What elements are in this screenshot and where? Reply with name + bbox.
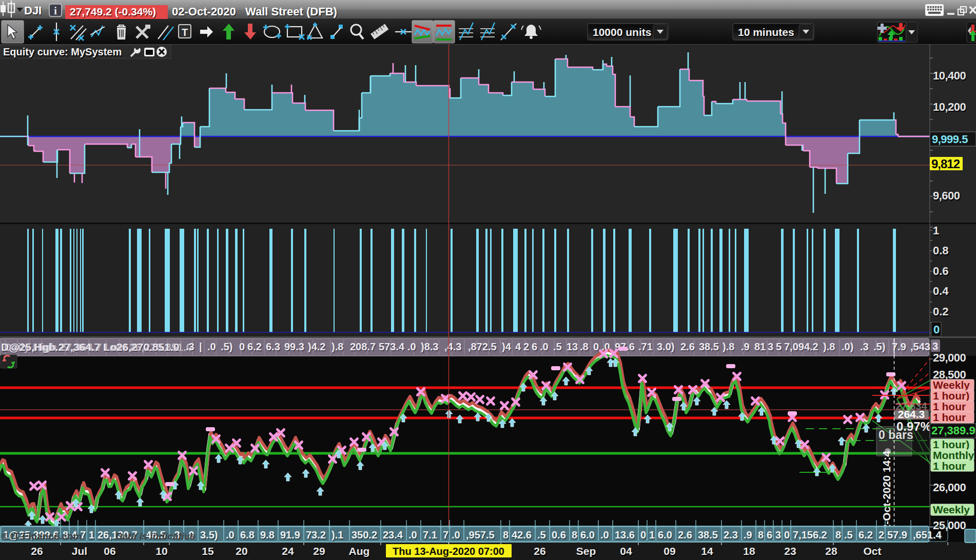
svg-text:T: T (182, 27, 188, 38)
svg-text:10,400: 10,400 (933, 69, 966, 82)
svg-text:Daily High 27,364.7 Low 26,270: Daily High 27,364.7 Low 26,270.851.0 (4, 341, 192, 353)
svg-text:.5): .5) (221, 341, 232, 352)
svg-text:0: 0 (239, 341, 245, 352)
svg-text:04: 04 (620, 545, 632, 557)
svg-text:3.5): 3.5) (200, 529, 218, 541)
svg-text:10: 10 (155, 545, 167, 557)
svg-text:18: 18 (743, 545, 755, 557)
svg-text:8: 8 (758, 529, 764, 541)
svg-text:57.9: 57.9 (887, 529, 907, 541)
svg-text:09: 09 (663, 545, 675, 557)
svg-text:Aug: Aug (349, 545, 370, 557)
svg-text:1 hour: 1 hour (933, 411, 966, 423)
svg-text:3: 3 (775, 529, 781, 541)
svg-text:6.2: 6.2 (247, 341, 262, 352)
svg-text:1 hour): 1 hour) (933, 438, 969, 450)
svg-text:3: 3 (768, 341, 773, 352)
svg-text:.5: .5 (537, 529, 546, 541)
svg-text:29: 29 (313, 545, 325, 557)
svg-text:27,389.9: 27,389.9 (931, 424, 975, 437)
svg-text:8: 8 (503, 529, 509, 541)
svg-text:.9: .9 (744, 529, 752, 541)
svg-text:26: 26 (534, 545, 545, 557)
svg-text:9,999.5: 9,999.5 (932, 133, 968, 146)
svg-text:8: 8 (835, 529, 841, 541)
svg-text:Monthly: Monthly (933, 449, 974, 461)
svg-text:)4.2: )4.2 (308, 341, 325, 352)
svg-text:0.6: 0.6 (933, 265, 949, 277)
svg-text:91.9: 91.9 (280, 529, 300, 541)
svg-text:1 hour: 1 hour (933, 460, 966, 472)
svg-text:9,812: 9,812 (931, 157, 960, 171)
svg-text:9,600: 9,600 (933, 189, 960, 202)
svg-text:.0: .0 (226, 529, 235, 541)
svg-text:,651.4: ,651.4 (913, 529, 942, 541)
svg-text:|: | (199, 341, 202, 352)
svg-text:Weekly: Weekly (933, 504, 970, 515)
svg-text:573.4: 573.4 (379, 341, 405, 352)
svg-text:.0: .0 (407, 341, 416, 352)
svg-text:Thu 13-Aug-2020 07:00: Thu 13-Aug-2020 07:00 (393, 546, 504, 557)
svg-text:2: 2 (523, 341, 529, 352)
svg-text:0.4: 0.4 (933, 285, 949, 297)
svg-text:8: 8 (572, 529, 577, 541)
svg-text:7,156.2: 7,156.2 (793, 529, 827, 541)
svg-text:1: 1 (649, 529, 655, 541)
svg-text:13.6: 13.6 (615, 529, 635, 541)
svg-text:6.8: 6.8 (240, 529, 255, 541)
svg-text:,957.5: ,957.5 (466, 529, 495, 541)
svg-text:2.6: 2.6 (678, 529, 692, 541)
svg-text:Jul: Jul (72, 545, 87, 557)
svg-text:© IT-Finance.com: © IT-Finance.com (1, 531, 82, 542)
svg-text:.0: .0 (540, 341, 549, 352)
svg-text:.0: .0 (600, 529, 609, 541)
svg-text:i: i (54, 5, 57, 16)
svg-text:3.0): 3.0) (657, 341, 674, 352)
svg-text:.71: .71 (638, 341, 653, 352)
svg-text:13: 13 (567, 341, 578, 352)
svg-text:10,200: 10,200 (933, 101, 966, 113)
svg-text:10000 units: 10000 units (593, 26, 651, 38)
svg-text:4: 4 (515, 341, 521, 352)
svg-text:Data is indicative: Data is indicative (115, 531, 196, 542)
svg-text:6.0: 6.0 (658, 529, 672, 541)
svg-text:99.3: 99.3 (284, 341, 304, 352)
svg-text:2: 2 (879, 529, 884, 541)
svg-text:27,749.2 (-0.34%): 27,749.2 (-0.34%) (70, 6, 156, 17)
svg-text:0.8: 0.8 (933, 244, 949, 257)
svg-text:81: 81 (754, 341, 766, 352)
svg-text:Weekly: Weekly (933, 379, 970, 391)
svg-text:0.97%: 0.97% (896, 419, 931, 433)
svg-text:3: 3 (932, 341, 938, 352)
svg-text:38.5: 38.5 (698, 529, 718, 541)
svg-text:350.2: 350.2 (352, 529, 377, 541)
svg-text:24: 24 (282, 545, 294, 557)
svg-text:26,000: 26,000 (933, 481, 966, 494)
svg-text:208.7: 208.7 (350, 341, 376, 352)
svg-text:27,634: 27,634 (895, 401, 927, 412)
svg-text:1: 1 (89, 529, 94, 541)
svg-text:DJI: DJI (24, 4, 42, 17)
svg-text:Equity curve: MySystem: Equity curve: MySystem (3, 46, 122, 57)
svg-text:)8.3: )8.3 (421, 341, 438, 352)
svg-text:2.6: 2.6 (680, 341, 695, 352)
svg-text:1 hour: 1 hour (933, 401, 966, 412)
svg-text:10 minutes: 10 minutes (738, 26, 794, 38)
svg-text:20: 20 (236, 545, 247, 557)
svg-text:6.0: 6.0 (580, 529, 595, 541)
svg-text:02-Oct-2020: 02-Oct-2020 (172, 5, 236, 18)
svg-text:73.2: 73.2 (306, 529, 326, 541)
svg-text:26: 26 (31, 545, 43, 557)
svg-text:.0: .0 (408, 529, 417, 541)
svg-text:9.8: 9.8 (260, 529, 275, 541)
svg-text:6: 6 (532, 341, 537, 352)
svg-text:.5: .5 (553, 341, 562, 352)
svg-text:).8: ).8 (823, 341, 835, 352)
svg-text:42.6: 42.6 (512, 529, 532, 541)
svg-text:.5): .5) (873, 341, 885, 352)
svg-text:06: 06 (104, 545, 115, 557)
svg-text:Wall Street (DFB): Wall Street (DFB) (245, 5, 337, 18)
svg-text:,4.3: ,4.3 (444, 341, 461, 352)
svg-text:.5: .5 (844, 529, 853, 541)
svg-text:23.4: 23.4 (383, 529, 403, 541)
